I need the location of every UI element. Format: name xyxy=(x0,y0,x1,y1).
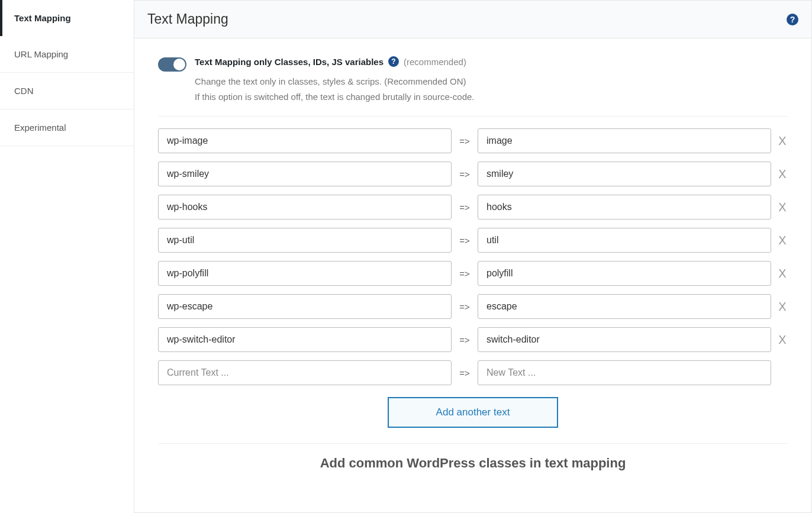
panel-header: Text Mapping ? xyxy=(134,1,811,38)
divider xyxy=(158,116,788,117)
mapping-row: =>X xyxy=(158,162,788,186)
sidebar-item-cdn[interactable]: CDN xyxy=(0,73,134,109)
text-mapping-only-toggle[interactable] xyxy=(158,57,186,72)
settings-sidebar: Text MappingURL MappingCDNExperimental xyxy=(0,0,134,513)
new-text-input[interactable] xyxy=(478,195,771,220)
new-text-input[interactable] xyxy=(478,360,771,385)
new-text-input[interactable] xyxy=(478,128,771,153)
remove-row-button[interactable]: X xyxy=(777,267,788,280)
mapping-row: =>X xyxy=(158,294,788,319)
setting-desc-line: Change the text only in classes, styles … xyxy=(195,74,788,89)
setting-recommended: (recommended) xyxy=(404,57,466,67)
mapping-row: =>X xyxy=(158,327,788,352)
new-text-input[interactable] xyxy=(478,228,771,253)
remove-row-button[interactable]: X xyxy=(777,167,788,181)
arrow-icon: => xyxy=(457,169,472,179)
mapping-row: =>X xyxy=(158,128,788,153)
current-text-input[interactable] xyxy=(158,195,452,220)
current-text-input[interactable] xyxy=(158,294,452,319)
arrow-icon: => xyxy=(457,235,472,246)
footer-heading: Add common WordPress classes in text map… xyxy=(158,456,788,471)
current-text-input[interactable] xyxy=(158,228,452,253)
remove-row-button[interactable]: X xyxy=(777,134,788,148)
new-text-input[interactable] xyxy=(478,327,771,352)
current-text-input[interactable] xyxy=(158,261,452,286)
mapping-row: =>X xyxy=(158,195,788,220)
sidebar-item-text-mapping[interactable]: Text Mapping xyxy=(0,0,134,36)
toggle-knob xyxy=(173,59,185,70)
help-icon[interactable]: ? xyxy=(388,56,399,67)
sidebar-item-url-mapping[interactable]: URL Mapping xyxy=(0,36,134,73)
remove-row-button[interactable]: X xyxy=(777,201,788,214)
sidebar-item-experimental[interactable]: Experimental xyxy=(0,109,134,146)
main-panel: Text Mapping ? Text Mapping only Classes… xyxy=(134,0,812,513)
setting-label-row: Text Mapping only Classes, IDs, JS varia… xyxy=(195,56,466,67)
divider xyxy=(158,443,788,444)
arrow-icon: => xyxy=(457,136,472,146)
mapping-row-empty: => X xyxy=(158,360,788,385)
current-text-input[interactable] xyxy=(158,327,452,352)
setting-label: Text Mapping only Classes, IDs, JS varia… xyxy=(195,57,384,67)
add-another-text-button[interactable]: Add another text xyxy=(388,397,559,428)
help-icon[interactable]: ? xyxy=(787,14,798,25)
arrow-icon: => xyxy=(457,368,472,378)
panel-content: Text Mapping only Classes, IDs, JS varia… xyxy=(134,38,811,489)
setting-description: Change the text only in classes, styles … xyxy=(195,74,788,104)
mapping-row: =>X xyxy=(158,261,788,286)
arrow-icon: => xyxy=(457,335,472,345)
new-text-input[interactable] xyxy=(478,294,771,319)
remove-row-button[interactable]: X xyxy=(777,333,788,347)
remove-row-button[interactable]: X xyxy=(777,234,788,247)
arrow-icon: => xyxy=(457,202,472,212)
arrow-icon: => xyxy=(457,302,472,312)
current-text-input[interactable] xyxy=(158,162,452,186)
current-text-input[interactable] xyxy=(158,360,452,385)
mapping-row: =>X xyxy=(158,228,788,253)
setting-desc-line: If this option is switched off, the text… xyxy=(195,89,788,105)
setting-text: Text Mapping only Classes, IDs, JS varia… xyxy=(195,56,788,104)
setting-toggle-row: Text Mapping only Classes, IDs, JS varia… xyxy=(158,56,788,104)
new-text-input[interactable] xyxy=(478,162,771,186)
add-button-wrap: Add another text xyxy=(158,397,788,428)
current-text-input[interactable] xyxy=(158,128,452,153)
page-title: Text Mapping xyxy=(147,11,228,27)
new-text-input[interactable] xyxy=(478,261,771,286)
remove-row-button[interactable]: X xyxy=(777,300,788,314)
arrow-icon: => xyxy=(457,269,472,279)
